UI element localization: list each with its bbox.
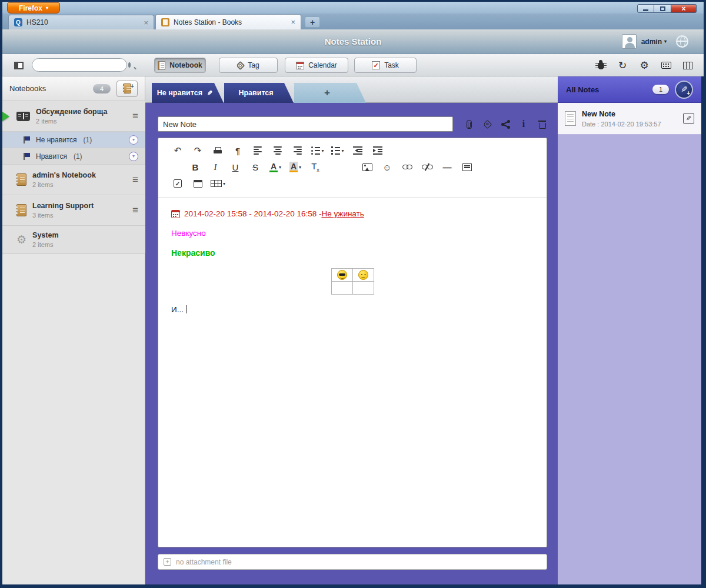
attach-button[interactable] bbox=[464, 119, 474, 129]
settings-button[interactable]: ⚙ bbox=[637, 58, 652, 73]
notebook-text: System 2 items bbox=[32, 231, 138, 248]
redo-button[interactable]: ↷ bbox=[191, 144, 205, 157]
tab-label: Notes Station - Books bbox=[174, 18, 287, 26]
new-note-button[interactable]: ✎ + bbox=[675, 81, 693, 99]
refresh-button[interactable]: ↻ bbox=[615, 58, 630, 73]
notebook-menu-icon[interactable]: ≡ bbox=[132, 205, 138, 216]
tag-note-button[interactable] bbox=[482, 119, 492, 129]
chevron-down-icon: ▾ bbox=[279, 165, 281, 170]
align-left-button[interactable] bbox=[251, 144, 265, 157]
note-tab-nravitsya[interactable]: Нравится bbox=[224, 83, 294, 103]
note-item-title: New Note bbox=[582, 110, 677, 118]
keyboard-button[interactable] bbox=[658, 58, 674, 73]
note-list-item[interactable]: New Note Date : 2014-02-20 19:53:57 ✎ bbox=[558, 103, 701, 135]
tab-close-icon[interactable]: × bbox=[291, 18, 295, 26]
close-button[interactable]: × bbox=[671, 4, 697, 13]
insert-event-button[interactable] bbox=[191, 177, 205, 190]
sidebar-toggle-button[interactable] bbox=[11, 58, 27, 73]
font-color-button[interactable]: A ▾ bbox=[268, 161, 282, 173]
chevron-down-icon: ▾ bbox=[664, 39, 667, 44]
indent-button[interactable] bbox=[371, 144, 385, 157]
attachment-placeholder: no attachment file bbox=[176, 558, 232, 566]
nav-tag-button[interactable]: Tag bbox=[219, 58, 278, 73]
maximize-button[interactable] bbox=[654, 4, 671, 13]
align-center-button[interactable] bbox=[271, 144, 285, 157]
numbered-list-button[interactable]: ▾ bbox=[331, 144, 345, 157]
attachment-bar[interactable]: + no attachment file bbox=[158, 554, 547, 570]
editor-toolbar-row-1: ↶ ↷ ¶ ▾ bbox=[168, 144, 541, 157]
add-note-tab-button[interactable]: + bbox=[294, 83, 366, 103]
bullet-list-button[interactable]: ▾ bbox=[311, 144, 325, 157]
calendar-icon bbox=[194, 180, 202, 188]
edit-note-button[interactable]: ✎ bbox=[683, 113, 694, 124]
search-icon[interactable] bbox=[128, 62, 131, 68]
note-tab-ne-nravitsya[interactable]: Не нравится ✎ bbox=[152, 83, 224, 103]
nav-label: Task bbox=[384, 61, 399, 69]
browser-tab-hs210[interactable]: Q HS210 × bbox=[8, 15, 154, 29]
remove-link-button[interactable] bbox=[420, 161, 434, 173]
username-label: admin bbox=[641, 38, 662, 46]
italic-button[interactable]: I bbox=[208, 161, 222, 173]
notebook-menu-icon[interactable]: ≡ bbox=[132, 174, 138, 186]
layout-button[interactable] bbox=[680, 58, 695, 73]
sidebar-title: Notebooks bbox=[9, 84, 46, 93]
user-menu[interactable]: admin ▾ bbox=[641, 38, 667, 46]
new-tab-button[interactable]: + bbox=[305, 16, 320, 28]
undo-button[interactable]: ↶ bbox=[171, 144, 185, 157]
avatar[interactable] bbox=[622, 34, 637, 49]
highlight-color-button[interactable]: A ▾ bbox=[288, 161, 302, 173]
outdent-button[interactable] bbox=[351, 144, 365, 157]
share-button[interactable] bbox=[500, 119, 511, 129]
clear-format-button[interactable]: Tx bbox=[308, 161, 322, 173]
green-line: Некрасиво bbox=[171, 248, 534, 258]
sidebar-item-ne-nravitsya[interactable]: Не нравится (1) ▾ bbox=[2, 132, 145, 148]
insert-image-button[interactable] bbox=[360, 161, 374, 173]
table-cell bbox=[331, 282, 352, 295]
insert-task-button[interactable]: ✓ bbox=[171, 177, 185, 190]
nav-task-button[interactable]: ✓ Task bbox=[354, 58, 417, 73]
indent-icon bbox=[373, 146, 382, 155]
code-block-button[interactable] bbox=[460, 161, 474, 173]
insert-table-button[interactable]: ▾ bbox=[211, 177, 225, 190]
editor-content[interactable]: 2014-02-20 15:58 - 2014-02-20 16:58 - Не… bbox=[158, 198, 547, 318]
chevron-circle-icon[interactable]: ▾ bbox=[129, 152, 138, 161]
chevron-circle-icon[interactable]: ▾ bbox=[129, 135, 138, 145]
info-button[interactable]: i bbox=[518, 119, 529, 129]
nav-notebook-button[interactable]: Notebook bbox=[154, 58, 206, 73]
nav-calendar-button[interactable]: Calendar bbox=[285, 58, 348, 73]
sidebar-item-obsuzhdenie-borscha[interactable]: Обсуждение борща 2 items ≡ bbox=[2, 101, 145, 132]
delete-note-button[interactable] bbox=[537, 119, 547, 129]
horizontal-rule-button[interactable]: — bbox=[440, 161, 454, 173]
tab-label: HS210 bbox=[26, 18, 139, 26]
add-notebook-button[interactable]: + bbox=[116, 81, 138, 97]
align-right-button[interactable] bbox=[291, 144, 305, 157]
tab-close-icon[interactable]: × bbox=[144, 19, 148, 26]
strikethrough-button[interactable]: S bbox=[248, 161, 262, 173]
paragraph-button[interactable]: ¶ bbox=[231, 144, 245, 157]
tag-icon bbox=[236, 61, 245, 70]
keyboard-icon bbox=[661, 62, 671, 69]
notebook-menu-icon[interactable]: ≡ bbox=[132, 111, 138, 122]
sidebar-item-nravitsya[interactable]: Нравится (1) ▾ bbox=[2, 148, 145, 165]
event-link[interactable]: Не ужинать bbox=[321, 209, 364, 218]
note-title-input[interactable] bbox=[158, 116, 453, 132]
sidebar-item-learning-support[interactable]: Learning Support 3 items ≡ bbox=[2, 195, 145, 226]
debug-bug-button[interactable] bbox=[593, 58, 608, 73]
sidebar-item-system[interactable]: ⚙ System 2 items bbox=[2, 226, 145, 254]
sidebar-item-admins-notebook[interactable]: admin's Notebook 2 items ≡ bbox=[2, 165, 145, 195]
task-checkbox-icon: ✓ bbox=[174, 179, 182, 188]
magenta-line: Невкусно bbox=[171, 229, 534, 238]
print-button[interactable] bbox=[211, 144, 225, 157]
firefox-menu-button[interactable]: Firefox ▾ bbox=[7, 2, 60, 14]
insert-link-button[interactable] bbox=[400, 161, 414, 173]
bold-button[interactable]: B bbox=[188, 161, 202, 173]
minimize-button[interactable] bbox=[637, 4, 654, 13]
browser-tab-notes-station[interactable]: Notes Station - Books × bbox=[155, 14, 301, 29]
underline-button[interactable]: U bbox=[228, 161, 242, 173]
share-icon bbox=[501, 120, 510, 129]
language-globe-icon[interactable] bbox=[676, 35, 688, 48]
numbered-list-icon bbox=[331, 146, 340, 155]
search-input[interactable] bbox=[37, 61, 128, 69]
pencil-icon[interactable]: ✎ bbox=[207, 89, 212, 97]
insert-emoticon-button[interactable]: ☺ bbox=[380, 161, 394, 173]
